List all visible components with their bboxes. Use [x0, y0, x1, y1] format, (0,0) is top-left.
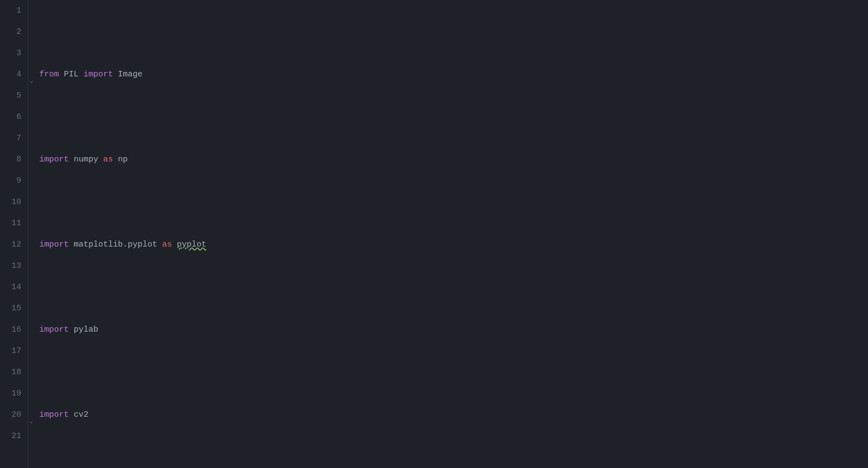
line-num-11: 11 [4, 213, 21, 234]
fold-spacer-2 [29, 155, 38, 164]
line-num-1: 1 [4, 0, 21, 21]
line-num-12: 12 [4, 234, 21, 255]
code-line-2: import numpy as np [39, 149, 868, 170]
line-num-7: 7 [4, 128, 21, 149]
line-num-3: 3 [4, 43, 21, 64]
line-num-13: 13 [4, 255, 21, 277]
code-editor: 1 2 3 4 5 6 7 8 9 10 11 12 13 14 15 16 1… [0, 0, 868, 468]
line-num-4: 4 [4, 64, 21, 85]
line-num-16: 16 [4, 319, 21, 340]
code-line-5: ⌄import cv2 [39, 404, 868, 425]
line-numbers: 1 2 3 4 5 6 7 8 9 10 11 12 13 14 15 16 1… [0, 0, 28, 468]
code-line-1: ⌄from PIL import Image [39, 64, 868, 85]
code-line-3: import matplotlib.pyplot as pyplot [39, 234, 868, 255]
line-num-21: 21 [4, 425, 21, 447]
line-num-8: 8 [4, 149, 21, 170]
code-content: ⌄from PIL import Image import numpy as n… [28, 0, 868, 468]
line-num-9: 9 [4, 170, 21, 191]
line-num-6: 6 [4, 106, 21, 128]
fold-spacer-4 [29, 326, 38, 334]
line-num-5: 5 [4, 85, 21, 106]
line-num-15: 15 [4, 298, 21, 319]
line-num-20: 20 [4, 404, 21, 425]
line-num-2: 2 [4, 21, 21, 43]
line-num-18: 18 [4, 362, 21, 383]
fold-icon-1[interactable]: ⌄ [29, 70, 38, 79]
fold-icon-5[interactable]: ⌄ [29, 411, 38, 419]
line-num-19: 19 [4, 383, 21, 404]
line-num-10: 10 [4, 191, 21, 213]
line-num-17: 17 [4, 340, 21, 362]
line-num-14: 14 [4, 277, 21, 298]
code-line-4: import pylab [39, 319, 868, 340]
fold-spacer-3 [29, 241, 38, 249]
